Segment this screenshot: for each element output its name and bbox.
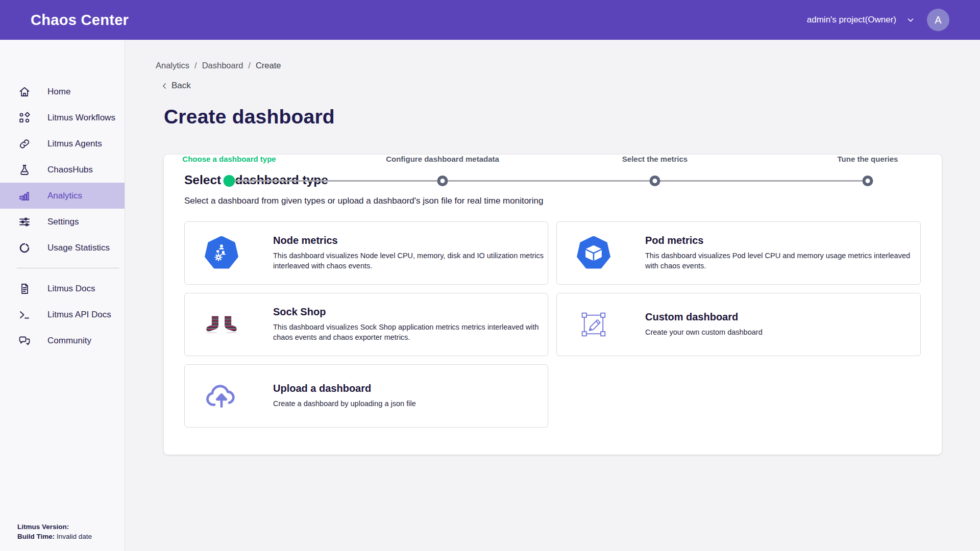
option-title: Sock Shop bbox=[273, 306, 548, 318]
page-title: Create dashboard bbox=[164, 106, 980, 128]
sidebar: Home Litmus Workflows Litmus Agents Chao… bbox=[0, 40, 125, 551]
project-name: admin's project(Owner) bbox=[807, 15, 896, 25]
litmus-version-label: Litmus Version: bbox=[17, 523, 69, 531]
sidebar-item-analytics[interactable]: Analytics bbox=[0, 183, 125, 209]
chevron-down-icon bbox=[906, 16, 915, 24]
stepper-track bbox=[229, 180, 868, 182]
step-dot bbox=[863, 176, 873, 186]
avatar[interactable]: A bbox=[927, 9, 949, 31]
sidebar-item-label: Usage Statistics bbox=[47, 243, 110, 253]
sidebar-item-home[interactable]: Home bbox=[0, 79, 125, 105]
option-title: Upload a dashboard bbox=[273, 383, 416, 394]
panel-subheading: Select a dashboard from given types or u… bbox=[184, 196, 921, 206]
home-icon bbox=[18, 86, 31, 98]
step-label-select-metrics: Select the metrics bbox=[622, 155, 688, 163]
sidebar-item-litmus-workflows[interactable]: Litmus Workflows bbox=[0, 105, 125, 131]
bar-chart-icon bbox=[18, 190, 31, 202]
dashboard-type-grid: Node metrics This dashboard visualizes N… bbox=[184, 221, 921, 428]
sidebar-item-label: Settings bbox=[47, 217, 79, 227]
upload-cloud-icon bbox=[204, 374, 239, 417]
dashboard-wizard: Choose a dashboard type Configure dashbo… bbox=[164, 155, 942, 455]
option-title: Custom dashboard bbox=[645, 311, 763, 323]
project-selector[interactable]: admin's project(Owner) bbox=[807, 15, 915, 25]
select-dashboard-panel: Select a dashboard type Select a dashboa… bbox=[164, 155, 942, 455]
option-description: Create your own custom dashboard bbox=[645, 328, 763, 338]
option-title: Pod metrics bbox=[645, 235, 920, 246]
flask-icon bbox=[18, 164, 31, 176]
sidebar-item-label: Analytics bbox=[47, 191, 82, 201]
sidebar-item-label: Home bbox=[47, 87, 70, 97]
sidebar-item-litmus-docs[interactable]: Litmus Docs bbox=[0, 276, 125, 302]
link-icon bbox=[18, 138, 31, 150]
sidebar-item-label: Litmus Docs bbox=[47, 284, 95, 294]
step-dot bbox=[437, 176, 448, 186]
step-dot-active bbox=[224, 175, 235, 187]
sidebar-item-community[interactable]: Community bbox=[0, 328, 125, 354]
breadcrumb-separator: / bbox=[194, 61, 197, 70]
sidebar-divider bbox=[17, 268, 119, 268]
option-sock-shop[interactable]: Sock Shop This dashboard visualizes Sock… bbox=[184, 293, 548, 356]
workflows-icon bbox=[18, 112, 31, 124]
build-time-label: Build Time: bbox=[17, 533, 55, 540]
document-icon bbox=[18, 283, 31, 295]
option-upload-dashboard[interactable]: Upload a dashboard Create a dashboard by… bbox=[184, 364, 548, 428]
usage-icon bbox=[18, 242, 31, 254]
sidebar-item-usage-statistics[interactable]: Usage Statistics bbox=[0, 235, 125, 261]
sidebar-item-settings[interactable]: Settings bbox=[0, 209, 125, 235]
sliders-icon bbox=[18, 216, 31, 228]
kubernetes-pod-icon bbox=[576, 232, 611, 274]
step-dot bbox=[650, 176, 660, 186]
sidebar-item-litmus-api-docs[interactable]: Litmus API Docs bbox=[0, 302, 125, 328]
sidebar-item-label: Litmus API Docs bbox=[47, 310, 111, 320]
option-description: Create a dashboard by uploading a json f… bbox=[273, 399, 416, 409]
sidebar-item-label: Litmus Workflows bbox=[47, 113, 115, 123]
back-label: Back bbox=[172, 81, 191, 91]
breadcrumb-dashboard[interactable]: Dashboard bbox=[202, 61, 243, 70]
breadcrumb-analytics[interactable]: Analytics bbox=[156, 61, 189, 70]
custom-dashboard-icon bbox=[576, 303, 611, 346]
option-description: This dashboard visualizes Sock Shop appl… bbox=[273, 322, 548, 342]
app-header: Chaos Center admin's project(Owner) A bbox=[0, 0, 980, 40]
back-button[interactable]: Back bbox=[161, 81, 191, 91]
terminal-icon bbox=[18, 309, 31, 321]
build-time-value: Invalid date bbox=[57, 533, 92, 540]
sock-shop-icon bbox=[204, 303, 239, 346]
sidebar-item-chaoshubs[interactable]: ChaosHubs bbox=[0, 157, 125, 183]
option-pod-metrics[interactable]: Pod metrics This dashboard visualizes Po… bbox=[556, 221, 921, 285]
option-description: This dashboard visualizes Node level CPU… bbox=[273, 251, 548, 271]
app-title: Chaos Center bbox=[31, 12, 129, 29]
step-label-choose-type: Choose a dashboard type bbox=[182, 155, 276, 163]
breadcrumb: Analytics / Dashboard / Create bbox=[156, 61, 980, 70]
option-node-metrics[interactable]: Node metrics This dashboard visualizes N… bbox=[184, 221, 548, 285]
sidebar-footer: Litmus Version: Build Time: Invalid date bbox=[17, 522, 92, 542]
kubernetes-node-icon bbox=[204, 232, 239, 274]
option-description: This dashboard visualizes Pod level CPU … bbox=[645, 251, 920, 271]
sidebar-item-litmus-agents[interactable]: Litmus Agents bbox=[0, 131, 125, 157]
step-label-configure-metadata: Configure dashboard metadata bbox=[386, 155, 499, 163]
avatar-initial: A bbox=[935, 14, 941, 26]
sidebar-item-label: Litmus Agents bbox=[47, 139, 102, 149]
sidebar-item-label: Community bbox=[47, 336, 91, 346]
option-title: Node metrics bbox=[273, 235, 548, 246]
main-content: Analytics / Dashboard / Create Back Crea… bbox=[125, 40, 980, 551]
chevron-left-icon bbox=[161, 82, 168, 90]
community-icon bbox=[18, 335, 31, 347]
breadcrumb-create: Create bbox=[256, 61, 281, 70]
option-custom-dashboard[interactable]: Custom dashboard Create your own custom … bbox=[556, 293, 921, 356]
sidebar-item-label: ChaosHubs bbox=[47, 165, 93, 175]
step-label-tune-queries: Tune the queries bbox=[838, 155, 898, 163]
breadcrumb-separator: / bbox=[248, 61, 251, 70]
